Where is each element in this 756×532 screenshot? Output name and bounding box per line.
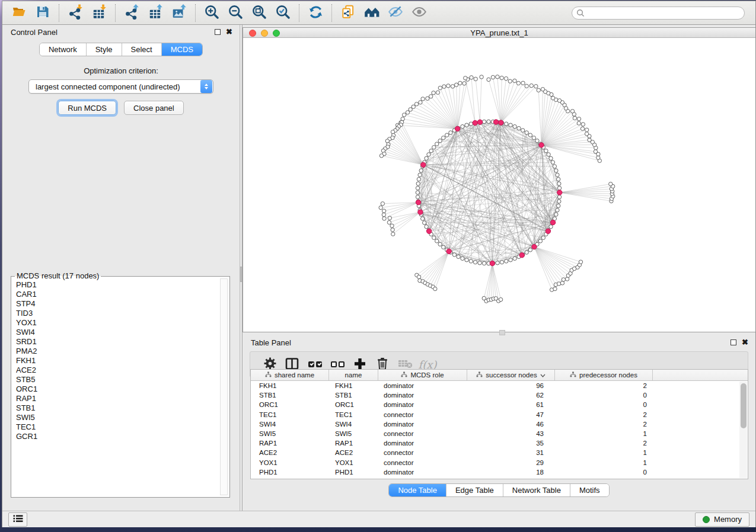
- hide-selected-button[interactable]: [384, 4, 407, 23]
- column-header-predecessor-nodes[interactable]: predecessor nodes: [555, 370, 653, 380]
- zoom-selected-button[interactable]: [271, 4, 295, 23]
- table-cell[interactable]: STB1: [251, 392, 329, 399]
- tab-select[interactable]: Select: [122, 43, 162, 56]
- search-input[interactable]: [572, 7, 745, 20]
- table-cell[interactable]: dominator: [378, 392, 467, 399]
- table-cell[interactable]: 47: [467, 411, 555, 418]
- run-mcds-button[interactable]: Run MCDS: [58, 101, 116, 115]
- table-cell[interactable]: FKH1: [329, 382, 378, 389]
- minimize-window-icon[interactable]: [261, 30, 268, 37]
- table-cell[interactable]: ACE2: [251, 449, 329, 456]
- table-row[interactable]: SWI4SWI4dominator462: [251, 419, 748, 429]
- table-row[interactable]: ACE2ACE2connector311: [251, 448, 748, 457]
- tab-mcds[interactable]: MCDS: [162, 43, 202, 56]
- table-cell[interactable]: connector: [378, 459, 467, 466]
- table-cell[interactable]: dominator: [378, 440, 467, 447]
- export-network-button[interactable]: [120, 4, 143, 23]
- mcds-result-item[interactable]: SWI5: [16, 413, 218, 422]
- import-table-button[interactable]: [87, 4, 111, 23]
- mcds-list-scrollbar[interactable]: [220, 278, 228, 495]
- table-cell[interactable]: TEC1: [251, 411, 329, 418]
- table-cell[interactable]: 1: [555, 430, 653, 437]
- table-cell[interactable]: 2: [555, 411, 653, 418]
- table-cell[interactable]: 2: [555, 382, 653, 389]
- table-cell[interactable]: dominator: [378, 382, 467, 389]
- table-cell[interactable]: FKH1: [251, 382, 329, 389]
- table-cell[interactable]: 96: [467, 382, 555, 389]
- table-cell[interactable]: STB1: [329, 392, 378, 399]
- mcds-result-item[interactable]: SWI4: [16, 328, 218, 337]
- table-cell[interactable]: 0: [555, 469, 653, 476]
- import-network-button[interactable]: [63, 4, 87, 23]
- table-cell[interactable]: dominator: [378, 401, 467, 408]
- mcds-result-item[interactable]: GCR1: [16, 432, 218, 441]
- memory-button[interactable]: Memory: [695, 512, 749, 527]
- column-header-successor-nodes[interactable]: successor nodes: [467, 370, 555, 380]
- table-cell[interactable]: SWI4: [329, 421, 378, 428]
- table-cell[interactable]: 29: [467, 459, 555, 466]
- tab-network-table[interactable]: Network Table: [503, 484, 570, 496]
- close-panel-button[interactable]: Close panel: [124, 101, 184, 115]
- table-cell[interactable]: SWI5: [329, 430, 378, 437]
- table-cell[interactable]: 61: [467, 401, 555, 408]
- table-row[interactable]: YOX1YOX1connector291: [251, 458, 748, 467]
- mcds-result-item[interactable]: ORC1: [16, 384, 218, 394]
- zoom-out-button[interactable]: [224, 4, 247, 23]
- mcds-result-item[interactable]: STB5: [16, 375, 218, 384]
- tab-network[interactable]: Network: [40, 43, 87, 56]
- table-cell[interactable]: SWI4: [251, 421, 329, 428]
- column-header-shared-name[interactable]: shared name: [251, 370, 329, 380]
- table-cell[interactable]: 31: [467, 449, 555, 456]
- table-cell[interactable]: dominator: [378, 421, 467, 428]
- mcds-result-item[interactable]: TID3: [16, 309, 218, 318]
- refresh-button[interactable]: [304, 4, 327, 23]
- table-cell[interactable]: PHD1: [251, 469, 329, 476]
- open-file-button[interactable]: [7, 4, 31, 23]
- tab-style[interactable]: Style: [87, 43, 122, 56]
- table-cell[interactable]: 0: [555, 392, 653, 399]
- close-panel-icon[interactable]: ✖: [742, 339, 748, 345]
- table-cell[interactable]: 0: [555, 401, 653, 408]
- table-cell[interactable]: 1: [555, 449, 653, 456]
- mcds-result-item[interactable]: TEC1: [16, 422, 218, 432]
- mcds-result-item[interactable]: YOX1: [16, 318, 218, 328]
- table-cell[interactable]: ACE2: [329, 449, 378, 456]
- close-panel-icon[interactable]: ✖: [226, 29, 232, 35]
- criterion-dropdown[interactable]: largest connected component (undirected): [28, 79, 213, 94]
- table-row[interactable]: STB1STB1dominator620: [251, 390, 748, 400]
- tab-motifs[interactable]: Motifs: [570, 484, 609, 496]
- table-row[interactable]: RAP1RAP1dominator352: [251, 438, 748, 448]
- column-header-MCDS-role[interactable]: MCDS role: [378, 370, 467, 380]
- table-cell[interactable]: 2: [555, 421, 653, 428]
- table-cell[interactable]: RAP1: [329, 440, 378, 447]
- table-cell[interactable]: connector: [378, 449, 467, 456]
- table-cell[interactable]: connector: [378, 430, 467, 437]
- table-scrollbar[interactable]: [739, 382, 747, 478]
- table-cell[interactable]: TEC1: [329, 411, 378, 418]
- table-cell[interactable]: PHD1: [329, 469, 378, 476]
- table-row[interactable]: SWI5SWI5connector431: [251, 429, 748, 438]
- float-panel-icon[interactable]: [731, 339, 736, 345]
- table-scrollbar-thumb[interactable]: [741, 383, 747, 428]
- network-window-titlebar[interactable]: YPA_prune.txt_1: [243, 28, 755, 38]
- mcds-result-item[interactable]: PHD1: [16, 280, 218, 290]
- table-row[interactable]: TEC1TEC1connector472: [251, 410, 748, 419]
- table-cell[interactable]: connector: [378, 411, 467, 418]
- command-list-button[interactable]: [8, 512, 27, 527]
- table-cell[interactable]: RAP1: [251, 440, 329, 447]
- mcds-result-item[interactable]: ACE2: [16, 366, 218, 375]
- mcds-result-item[interactable]: SRD1: [16, 337, 218, 347]
- zoom-fit-button[interactable]: [247, 4, 271, 23]
- duplicate-network-button[interactable]: [336, 4, 360, 23]
- network-canvas[interactable]: [243, 38, 755, 332]
- close-window-icon[interactable]: [249, 30, 256, 37]
- mcds-result-item[interactable]: RAP1: [16, 394, 218, 403]
- table-cell[interactable]: 46: [467, 421, 555, 428]
- table-cell[interactable]: 2: [555, 440, 653, 447]
- maximize-window-icon[interactable]: [273, 30, 280, 37]
- mcds-result-item[interactable]: FKH1: [16, 356, 218, 366]
- table-cell[interactable]: SWI5: [251, 430, 329, 437]
- table-cell[interactable]: ORC1: [329, 401, 378, 408]
- float-panel-icon[interactable]: [215, 29, 221, 35]
- table-cell[interactable]: YOX1: [251, 459, 329, 466]
